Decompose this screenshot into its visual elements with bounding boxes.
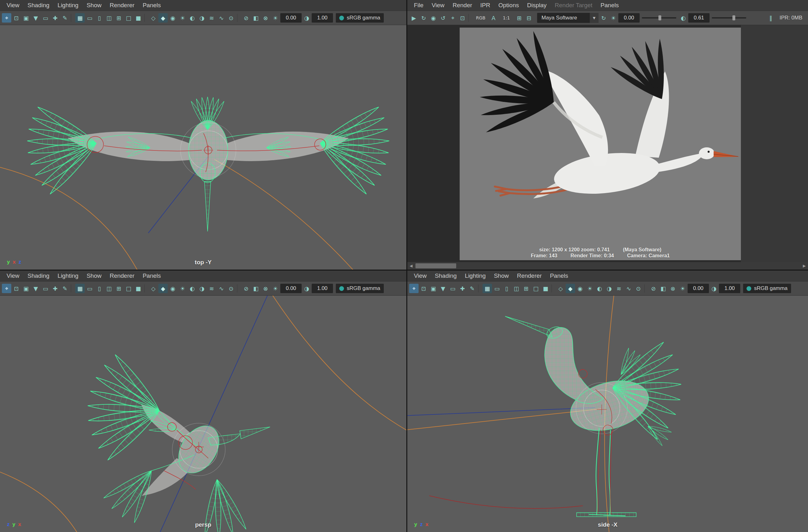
exposure-slider[interactable] bbox=[642, 17, 676, 18]
safe-title-icon[interactable]: ■ bbox=[541, 284, 550, 293]
smooth-shade-icon[interactable]: ◆ bbox=[566, 284, 575, 293]
gamma-icon[interactable]: ◑ bbox=[302, 284, 311, 293]
scrollbar-thumb[interactable] bbox=[416, 263, 456, 268]
x-ray-icon[interactable]: ◧ bbox=[658, 284, 668, 293]
toolbar-separator[interactable] bbox=[237, 285, 240, 293]
use-all-lights-icon[interactable]: ☀ bbox=[178, 284, 187, 293]
toolbar-separator[interactable] bbox=[237, 14, 240, 22]
rgb-channels-icon[interactable]: RGB bbox=[473, 13, 489, 22]
x-ray-icon[interactable]: ◧ bbox=[251, 13, 260, 22]
wireframe-icon[interactable]: ◇ bbox=[149, 13, 158, 22]
exposure-field[interactable]: 0.00 bbox=[280, 284, 301, 293]
stork-model-persp[interactable] bbox=[88, 353, 270, 532]
anti-aliasing-icon[interactable]: ∿ bbox=[217, 13, 226, 22]
gamma-field[interactable]: 1.00 bbox=[312, 284, 333, 293]
colorspace-dropdown[interactable]: sRGB gamma bbox=[743, 284, 791, 293]
image-plane-icon[interactable]: ▭ bbox=[41, 13, 50, 22]
menu-show[interactable]: Show bbox=[490, 271, 513, 281]
grid-icon[interactable]: ▦ bbox=[75, 284, 85, 293]
safe-action-icon[interactable]: □ bbox=[124, 284, 133, 293]
refresh-render-icon[interactable]: ↻ bbox=[599, 13, 608, 22]
camera-attributes-icon[interactable]: ▣ bbox=[21, 284, 31, 293]
chevron-down-icon[interactable]: ▼ bbox=[590, 13, 599, 23]
exposure-icon[interactable]: ☀ bbox=[271, 13, 280, 22]
grease-pencil-icon[interactable]: ✎ bbox=[467, 284, 477, 293]
isolate-select-icon[interactable]: ⊘ bbox=[241, 13, 251, 22]
field-chart-icon[interactable]: ⊞ bbox=[114, 284, 124, 293]
display-contrast-icon[interactable]: ◐ bbox=[679, 13, 688, 22]
gamma-field[interactable]: 1.00 bbox=[312, 13, 333, 22]
bookmark-icon[interactable]: ▼ bbox=[31, 284, 40, 293]
joints-x-ray-icon[interactable]: ⊗ bbox=[261, 284, 270, 293]
use-all-lights-icon[interactable]: ☀ bbox=[585, 284, 594, 293]
field-chart-icon[interactable]: ⊞ bbox=[521, 284, 531, 293]
isolate-select-icon[interactable]: ⊘ bbox=[649, 284, 658, 293]
menu-shading[interactable]: Shading bbox=[23, 271, 54, 281]
gamma-field[interactable]: 1.00 bbox=[719, 284, 740, 293]
toolbar-separator[interactable] bbox=[144, 285, 147, 293]
anti-aliasing-icon[interactable]: ∿ bbox=[624, 284, 633, 293]
select-camera-icon[interactable]: ⌖ bbox=[409, 284, 419, 293]
depth-of-field-icon[interactable]: ⊙ bbox=[634, 284, 643, 293]
wireframe-icon[interactable]: ◇ bbox=[149, 284, 158, 293]
render-icon[interactable]: ▶ bbox=[409, 13, 419, 22]
render-region-icon[interactable]: ⊡ bbox=[458, 13, 467, 22]
ipr-render-icon[interactable]: ◉ bbox=[428, 13, 438, 22]
scroll-left-icon[interactable]: ◀ bbox=[407, 264, 415, 268]
textured-icon[interactable]: ◉ bbox=[168, 13, 178, 22]
safe-title-icon[interactable]: ■ bbox=[133, 284, 143, 293]
render-view-canvas[interactable]: size: 1200 x 1200 zoom: 0.741 (Maya Soft… bbox=[407, 25, 808, 262]
wireframe-icon[interactable]: ◇ bbox=[556, 284, 565, 293]
lock-camera-icon[interactable]: ⊡ bbox=[419, 284, 428, 293]
joints-x-ray-icon[interactable]: ⊗ bbox=[261, 13, 270, 22]
lock-camera-icon[interactable]: ⊡ bbox=[12, 284, 21, 293]
x-ray-icon[interactable]: ◧ bbox=[251, 284, 260, 293]
menu-shading[interactable]: Shading bbox=[431, 271, 461, 281]
lock-camera-icon[interactable]: ⊡ bbox=[12, 13, 21, 22]
film-gate-icon[interactable]: ▭ bbox=[492, 284, 502, 293]
motion-blur-icon[interactable]: ≋ bbox=[207, 284, 216, 293]
menu-file[interactable]: File bbox=[410, 0, 428, 11]
one-to-one-zoom-icon[interactable]: 1:1 bbox=[498, 13, 514, 22]
display-exposure-icon[interactable]: ☀ bbox=[609, 13, 618, 22]
toolbar-separator[interactable] bbox=[644, 285, 647, 293]
exposure-field[interactable]: 0.00 bbox=[687, 284, 709, 293]
toolbar-separator[interactable] bbox=[552, 285, 555, 293]
film-gate-icon[interactable]: ▭ bbox=[85, 284, 94, 293]
shadows-icon[interactable]: ◐ bbox=[595, 284, 604, 293]
grid-icon[interactable]: ▦ bbox=[482, 284, 492, 293]
screen-space-ao-icon[interactable]: ◑ bbox=[605, 284, 614, 293]
gate-mask-icon[interactable]: ◫ bbox=[105, 284, 114, 293]
keep-image-icon[interactable]: ⊞ bbox=[515, 13, 524, 22]
motion-path-curve[interactable] bbox=[0, 296, 406, 532]
grid-icon[interactable]: ▦ bbox=[75, 13, 85, 22]
gamma-icon[interactable]: ◑ bbox=[302, 13, 311, 22]
screen-space-ao-icon[interactable]: ◑ bbox=[197, 13, 207, 22]
shadows-icon[interactable]: ◐ bbox=[187, 13, 197, 22]
menu-lighting[interactable]: Lighting bbox=[54, 0, 83, 11]
menu-panels[interactable]: Panels bbox=[596, 0, 623, 11]
menu-ipr[interactable]: IPR bbox=[476, 0, 494, 11]
grease-pencil-icon[interactable]: ✎ bbox=[60, 13, 70, 22]
display-contrast-field[interactable]: 0.61 bbox=[688, 13, 710, 22]
joints-x-ray-icon[interactable]: ⊗ bbox=[668, 284, 678, 293]
render-horizontal-scrollbar[interactable]: ◀ ▶ bbox=[407, 262, 808, 270]
two-d-pan-zoom-icon[interactable]: ✚ bbox=[458, 284, 467, 293]
menu-renderer[interactable]: Renderer bbox=[106, 271, 139, 281]
pause-ipr-tuning-icon[interactable]: ↺ bbox=[438, 13, 448, 22]
smooth-shade-icon[interactable]: ◆ bbox=[158, 284, 168, 293]
toolbar-separator[interactable] bbox=[71, 285, 74, 293]
menu-lighting[interactable]: Lighting bbox=[461, 271, 490, 281]
menu-lighting[interactable]: Lighting bbox=[54, 271, 83, 281]
two-d-pan-zoom-icon[interactable]: ✚ bbox=[51, 284, 60, 293]
screen-space-ao-icon[interactable]: ◑ bbox=[197, 284, 207, 293]
bookmark-icon[interactable]: ▼ bbox=[31, 13, 40, 22]
field-chart-icon[interactable]: ⊞ bbox=[114, 13, 124, 22]
viewport-persp-canvas[interactable]: persp zyx bbox=[0, 296, 406, 532]
shadows-icon[interactable]: ◐ bbox=[187, 284, 197, 293]
contrast-slider-knob[interactable] bbox=[732, 15, 735, 20]
remove-image-icon[interactable]: ⊟ bbox=[524, 13, 534, 22]
exposure-slider-knob[interactable] bbox=[658, 15, 661, 20]
gate-mask-icon[interactable]: ◫ bbox=[105, 13, 114, 22]
redo-previous-render-icon[interactable]: ↻ bbox=[419, 13, 428, 22]
